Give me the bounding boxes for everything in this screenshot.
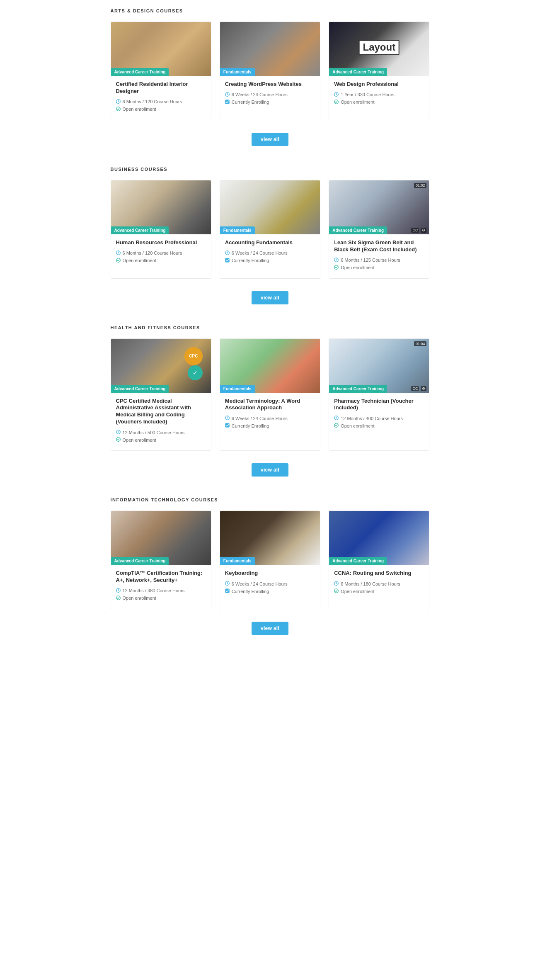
course-title: Creating WordPress Websites (225, 81, 315, 88)
course-info: CompTIA™ Certification Training: A+, Net… (111, 565, 211, 609)
duration-text: 6 Weeks / 24 Course Hours (232, 416, 288, 421)
course-info: Human Resources Professional 6 Months / … (111, 234, 211, 271)
course-grid: Advanced Career Training CPC✓ CPC Certif… (111, 338, 430, 451)
duration-text: 6 Weeks / 24 Course Hours (232, 250, 288, 255)
course-image-wrap: Advanced Career Training (111, 22, 211, 76)
course-enrollment: Currently Enrolling (225, 100, 315, 105)
course-card[interactable]: Advanced Career Training 01:04 CC ⚙ Phar… (329, 338, 429, 451)
course-image-wrap: Advanced Career Training 01:02 CC ⚙ (329, 180, 429, 234)
course-image-wrap: Advanced Career Training (329, 511, 429, 565)
clock-icon (225, 92, 230, 97)
duration-text: 12 Months / 400 Course Hours (341, 416, 403, 421)
enrollment-text: Open enrollment (341, 423, 374, 428)
course-duration: 12 Months / 500 Course Hours (116, 430, 206, 435)
clock-icon (116, 99, 121, 105)
course-enrollment: Open enrollment (116, 437, 206, 443)
course-title: Accounting Fundamentals (225, 239, 315, 246)
course-duration: 6 Weeks / 24 Course Hours (225, 92, 315, 97)
course-enrollment: Open enrollment (116, 107, 206, 112)
course-title: Certified Residential Interior Designer (116, 81, 206, 95)
enrollment-text: Open enrollment (123, 596, 156, 601)
course-card[interactable]: Advanced Career Training Certified Resid… (111, 22, 211, 120)
course-info: CPC Certified Medical Administrative Ass… (111, 393, 211, 451)
course-title: Medical Terminology: A Word Association … (225, 398, 315, 412)
course-enrollment: Open enrollment (116, 596, 206, 601)
course-card[interactable]: Fundamentals Keyboarding 6 Weeks / 24 Co… (220, 511, 320, 609)
duration-text: 6 Months / 120 Course Hours (123, 250, 182, 255)
section-information-technology: Information Technology Courses Advanced … (111, 497, 430, 635)
course-badge: Advanced Career Training (111, 557, 169, 565)
course-enrollment: Open enrollment (334, 423, 424, 428)
view-all-button[interactable]: view all (252, 463, 288, 477)
course-badge: Advanced Career Training (329, 226, 387, 234)
course-card[interactable]: Advanced Career Training Human Resources… (111, 180, 211, 279)
view-all-button[interactable]: view all (252, 622, 288, 635)
duration-text: 6 Months / 180 Course Hours (341, 581, 400, 586)
svg-point-47 (334, 589, 339, 593)
course-card[interactable]: Fundamentals Medical Terminology: A Word… (220, 338, 320, 451)
course-card[interactable]: Fundamentals Accounting Fundamentals 6 W… (220, 180, 320, 279)
svg-line-18 (227, 253, 228, 253)
enrollment-text: Currently Enrolling (232, 589, 269, 594)
enrollment-icon (225, 423, 230, 428)
enrollment-text: Currently Enrolling (232, 423, 269, 428)
settings-icon: ⚙ (421, 228, 426, 233)
course-enrollment: Currently Enrolling (225, 588, 315, 594)
svg-line-26 (118, 432, 119, 433)
course-badge: Advanced Career Training (329, 68, 387, 76)
course-image-wrap: Advanced Career Training 01:04 CC ⚙ (329, 339, 429, 393)
enrollment-icon (116, 107, 121, 112)
enrollment-text: Open enrollment (123, 107, 156, 112)
course-title: CPC Certified Medical Administrative Ass… (116, 398, 206, 426)
course-badge: Advanced Career Training (111, 226, 169, 234)
svg-point-23 (334, 265, 339, 269)
duration-text: 12 Months / 500 Course Hours (123, 430, 185, 435)
svg-point-15 (116, 258, 120, 262)
svg-line-38 (118, 591, 119, 591)
enrollment-icon (116, 437, 121, 443)
svg-line-30 (227, 418, 228, 418)
course-badge: Fundamentals (220, 68, 255, 76)
course-image-wrap: Advanced Career Training (111, 180, 211, 234)
cc-icon: CC (411, 386, 419, 391)
view-all-wrap: view all (111, 463, 430, 477)
course-card[interactable]: Fundamentals Creating WordPress Websites… (220, 22, 320, 120)
course-badge: Fundamentals (220, 385, 255, 393)
course-title: Web Design Professional (334, 81, 424, 88)
course-card[interactable]: Advanced Career Training Layout Web Desi… (329, 22, 429, 120)
svg-line-34 (337, 418, 337, 418)
course-duration: 12 Months / 400 Course Hours (334, 416, 424, 421)
clock-icon (334, 416, 339, 421)
course-duration: 1 Year / 330 Course Hours (334, 92, 424, 97)
duration-text: 12 Months / 480 Course Hours (123, 588, 185, 593)
course-info: Certified Residential Interior Designer … (111, 76, 211, 120)
course-info: CCNA: Routing and Switching 6 Months / 1… (329, 565, 429, 602)
svg-line-10 (337, 95, 337, 95)
section-health-fitness: Health and Fitness Courses Advanced Care… (111, 325, 430, 477)
clock-icon (116, 430, 121, 435)
clock-icon (225, 416, 230, 421)
video-timestamp: 01:02 (414, 183, 427, 188)
view-all-button[interactable]: view all (252, 133, 288, 146)
layout-text-overlay: Layout (358, 40, 400, 55)
course-image-wrap: Fundamentals (220, 511, 320, 565)
clock-icon (334, 258, 339, 263)
course-info: Web Design Professional 1 Year / 330 Cou… (329, 76, 429, 113)
course-card[interactable]: Advanced Career Training 01:02 CC ⚙ Lean… (329, 180, 429, 279)
course-duration: 6 Weeks / 24 Course Hours (225, 416, 315, 421)
cpc-check-overlay: ✓ (188, 365, 203, 380)
svg-line-46 (337, 584, 337, 584)
clock-icon (225, 250, 230, 256)
view-all-button[interactable]: view all (252, 291, 288, 304)
course-card[interactable]: Advanced Career Training CompTIA™ Certif… (111, 511, 211, 609)
clock-icon (334, 581, 339, 586)
course-image-wrap: Fundamentals (220, 22, 320, 76)
svg-line-14 (118, 253, 119, 253)
course-card[interactable]: Advanced Career Training CCNA: Routing a… (329, 511, 429, 609)
view-all-wrap: view all (111, 291, 430, 304)
enrollment-icon (334, 423, 339, 428)
video-controls: CC ⚙ (411, 228, 426, 233)
course-card[interactable]: Advanced Career Training CPC✓ CPC Certif… (111, 338, 211, 451)
section-title: Business Courses (111, 167, 430, 172)
course-info: Creating WordPress Websites 6 Weeks / 24… (220, 76, 320, 113)
